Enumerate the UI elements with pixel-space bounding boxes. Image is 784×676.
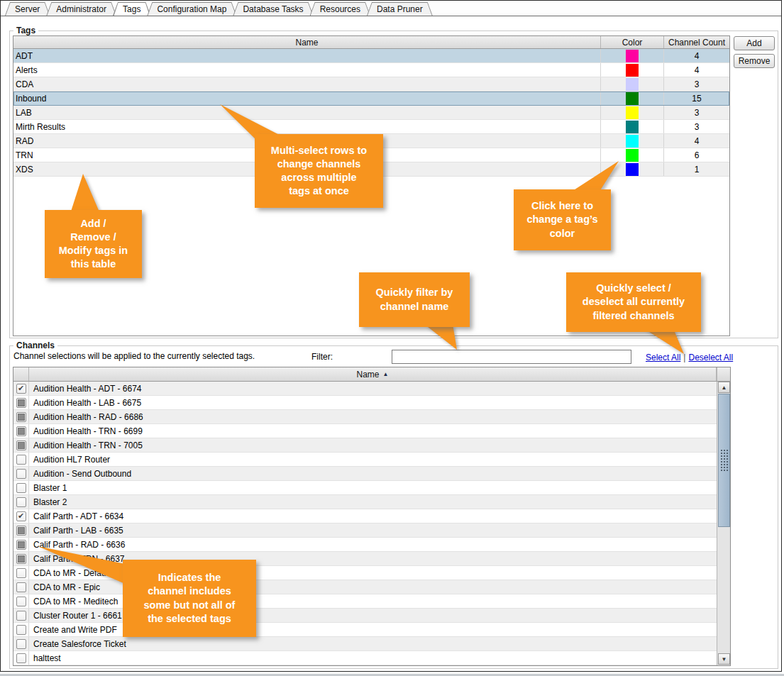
channel-checkbox-unchecked[interactable]: ✔ [16,597,26,606]
tag-color-swatch[interactable] [626,163,639,176]
tag-row[interactable]: LAB3 [13,106,729,120]
channel-checkbox-checked[interactable]: ✔ [16,384,26,394]
channel-row[interactable]: ✔Blaster 1 [13,481,717,495]
tags-header-channel-count[interactable]: Channel Count [664,36,729,48]
channel-row[interactable]: ✔Calif Parth - RAD - 6636 [13,538,717,552]
channel-checkbox-partial[interactable]: ✔ [16,440,26,450]
channel-checkbox-unchecked[interactable]: ✔ [16,455,26,465]
channel-row[interactable]: ✔Audition Health - TRN - 6699 [13,424,717,438]
channel-row[interactable]: ✔Calif Parth - LAB - 6635 [13,523,717,538]
tags-header-color[interactable]: Color [601,36,664,48]
callout-quick-filter: Quickly filter bychannel name [359,272,470,327]
tag-color-swatch[interactable] [626,106,639,119]
scrollbar-thumb[interactable] [718,394,730,527]
tag-name: ADT [13,49,601,62]
channel-checkbox-unchecked[interactable]: ✔ [16,639,26,649]
tab-configuration-map[interactable]: Configuration Map [147,2,236,16]
channel-checkbox-partial[interactable]: ✔ [16,540,26,550]
channel-checkbox-unchecked[interactable]: ✔ [16,483,26,493]
tab-database-tasks[interactable]: Database Tasks [233,2,313,16]
tag-row[interactable]: Alerts4 [13,63,729,77]
channel-checkbox-cell: ✔ [13,438,29,452]
tag-color-swatch[interactable] [626,64,639,77]
remove-tag-button[interactable]: Remove [734,54,775,68]
channel-checkbox-cell: ✔ [13,467,29,480]
channel-row[interactable]: ✔CDA to MR - Epic [13,580,717,594]
tag-row[interactable]: CDA3 [13,77,729,92]
channel-row[interactable]: ✔Create Salesforce Ticket [13,637,717,651]
channel-row[interactable]: ✔Cluster Router 1 - 6661 [13,609,717,623]
tag-color-swatch[interactable] [626,121,639,133]
tag-name: CDA [13,77,601,91]
tags-header-name[interactable]: Name [13,36,601,48]
channel-checkbox-unchecked[interactable]: ✔ [16,582,26,592]
channel-row[interactable]: ✔Audition Health - ADT - 6674 [13,382,717,396]
tag-color-swatch[interactable] [626,78,639,91]
channel-row[interactable]: ✔Create and Write PDF [13,623,717,637]
channels-header-name[interactable]: Name ▲ [29,367,717,381]
tag-channel-count: 4 [664,134,729,148]
channel-row[interactable]: ✔Audition Health - RAD - 6686 [13,410,717,424]
channel-checkbox-partial[interactable]: ✔ [16,412,26,422]
tag-row[interactable]: Inbound15 [13,92,729,106]
callout-select-deselect-all: Quickly select /deselect all currentlyfi… [566,272,701,332]
channel-checkbox-cell: ✔ [13,566,29,580]
tag-row[interactable]: ADT4 [13,49,729,63]
callout-text-line: Multi-select rows to [271,144,367,157]
channel-checkbox-checked[interactable]: ✔ [16,511,26,521]
channel-row[interactable]: ✔CDA to MR - Meditech [13,594,717,609]
tab-server[interactable]: Server [5,2,50,16]
tab-resources[interactable]: Resources [310,2,370,16]
channel-row[interactable]: ✔Audition Health - LAB - 6675 [13,396,717,410]
channel-checkbox-partial[interactable]: ✔ [16,426,26,436]
channel-checkbox-partial[interactable]: ✔ [16,398,26,408]
channel-checkbox-unchecked[interactable]: ✔ [16,497,26,507]
channel-row[interactable]: ✔Audition - Send Outbound [13,467,717,481]
filter-label: Filter: [311,352,333,362]
link-separator: | [683,353,685,362]
callout-text-line: change a tag’s [526,213,597,226]
channels-group-title: Channels [13,340,57,350]
tag-color-swatch[interactable] [626,149,639,162]
channel-name: halttest [29,651,717,665]
tag-color-swatch[interactable] [626,92,639,105]
channel-row[interactable]: ✔Audition Health - TRN - 7005 [13,438,717,453]
channel-row[interactable]: ✔Calif Parth - TRN - 6637 [13,552,717,566]
callout-text-line: this table [71,257,116,271]
channel-name: Calif Parth - LAB - 6635 [29,523,717,537]
tags-group-title: Tags [13,26,38,35]
channel-row[interactable]: ✔halttest [13,651,717,665]
callout-text-line: channel includes [148,584,231,598]
tab-data-pruner[interactable]: Data Pruner [367,2,433,16]
deselect-all-link[interactable]: Deselect All [688,353,733,362]
add-tag-button[interactable]: Add [734,36,775,50]
channel-checkbox-partial[interactable]: ✔ [16,554,26,564]
channel-checkbox-partial[interactable]: ✔ [16,526,26,536]
tag-color-swatch[interactable] [626,50,639,62]
tab-administrator[interactable]: Administrator [46,2,116,16]
callout-text-line: channel name [380,300,449,314]
scroll-down-button[interactable]: ▼ [718,653,730,665]
channel-row[interactable]: ✔Audition HL7 Router [13,453,717,467]
tag-color-cell [601,106,664,119]
channel-row[interactable]: ✔CDA to MR - Default [13,566,717,580]
channel-checkbox-unchecked[interactable]: ✔ [16,625,26,635]
tab-tags[interactable]: Tags [113,2,150,16]
scroll-up-button[interactable]: ▲ [718,382,730,393]
vertical-scrollbar[interactable]: ▲ ▼ [717,382,730,665]
channel-checkbox-unchecked[interactable]: ✔ [16,568,26,578]
callout-add-remove-modify: Add /Remove /Modify tags inthis table [45,210,142,278]
channel-checkbox-cell: ✔ [13,495,29,509]
tag-color-swatch[interactable] [626,135,639,148]
channel-checkbox-unchecked[interactable]: ✔ [16,469,26,479]
channel-row[interactable]: ✔Calif Parth - ADT - 6634 [13,509,717,523]
select-all-link[interactable]: Select All [646,353,680,362]
channel-checkbox-cell: ✔ [13,509,29,523]
tag-color-cell [601,148,664,162]
channel-row[interactable]: ✔Blaster 2 [13,495,717,509]
callout-text-line: Remove / [70,231,116,244]
channel-filter-input[interactable] [392,350,631,364]
channel-checkbox-unchecked[interactable]: ✔ [16,653,26,663]
tag-row[interactable]: Mirth Results3 [13,120,729,134]
channel-checkbox-unchecked[interactable]: ✔ [16,611,26,621]
